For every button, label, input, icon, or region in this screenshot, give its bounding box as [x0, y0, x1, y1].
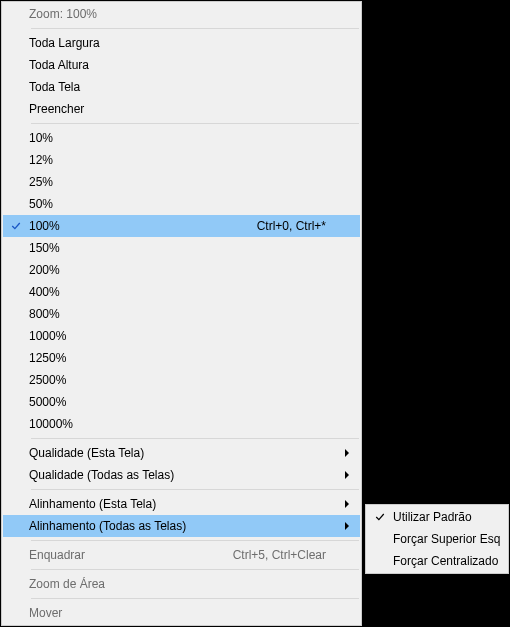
- chevron-right-icon: [340, 449, 354, 457]
- menu-item-zoom-50[interactable]: 50%: [3, 193, 360, 215]
- menu-item-zoom-10000[interactable]: 10000%: [3, 413, 360, 435]
- separator: [31, 123, 359, 124]
- menu-item-zoom-400[interactable]: 400%: [3, 281, 360, 303]
- menu-item-quality-this-screen[interactable]: Qualidade (Esta Tela): [3, 442, 360, 464]
- alignment-submenu: Utilizar Padrão Forçar Superior Esquerdo…: [365, 504, 509, 574]
- menu-item-fit-height[interactable]: Toda Altura: [3, 54, 360, 76]
- menu-item-alignment-all-screens[interactable]: Alinhamento (Todas as Telas): [3, 515, 360, 537]
- menu-item-zoom-25[interactable]: 25%: [3, 171, 360, 193]
- menu-title-label: Zoom: 100%: [29, 7, 340, 21]
- check-icon: [367, 511, 393, 523]
- menu-item-zoom-area: Zoom de Área: [3, 573, 360, 595]
- menu-item-fit-screen[interactable]: Toda Tela: [3, 76, 360, 98]
- menu-item-zoom-10[interactable]: 10%: [3, 127, 360, 149]
- menu-title: Zoom: 100%: [3, 3, 360, 25]
- menu-item-fit-window: Enquadrar Ctrl+5, Ctrl+Clear: [3, 544, 360, 566]
- menu-item-zoom-800[interactable]: 800%: [3, 303, 360, 325]
- zoom-context-menu: Zoom: 100% Toda Largura Toda Altura Toda…: [1, 1, 362, 626]
- submenu-item-force-top-left[interactable]: Forçar Superior Esquerdo: [367, 528, 507, 550]
- check-icon: [3, 220, 29, 232]
- shortcut-label: Ctrl+0, Ctrl+*: [257, 219, 340, 233]
- menu-item-alignment-this-screen[interactable]: Alinhamento (Esta Tela): [3, 493, 360, 515]
- menu-item-fit-width[interactable]: Toda Largura: [3, 32, 360, 54]
- menu-item-zoom-1000[interactable]: 1000%: [3, 325, 360, 347]
- shortcut-label: Ctrl+5, Ctrl+Clear: [233, 548, 340, 562]
- menu-item-zoom-1250[interactable]: 1250%: [3, 347, 360, 369]
- menu-item-zoom-200[interactable]: 200%: [3, 259, 360, 281]
- menu-item-zoom-100[interactable]: 100% Ctrl+0, Ctrl+*: [3, 215, 360, 237]
- separator: [31, 598, 359, 599]
- chevron-right-icon: [340, 471, 354, 479]
- menu-item-move: Mover: [3, 602, 360, 624]
- menu-item-zoom-12[interactable]: 12%: [3, 149, 360, 171]
- separator: [31, 438, 359, 439]
- menu-item-zoom-150[interactable]: 150%: [3, 237, 360, 259]
- menu-item-zoom-5000[interactable]: 5000%: [3, 391, 360, 413]
- separator: [31, 489, 359, 490]
- separator: [31, 569, 359, 570]
- chevron-right-icon: [340, 500, 354, 508]
- submenu-item-use-default[interactable]: Utilizar Padrão: [367, 506, 507, 528]
- menu-item-fill[interactable]: Preencher: [3, 98, 360, 120]
- submenu-item-force-center[interactable]: Forçar Centralizado: [367, 550, 507, 572]
- separator: [31, 28, 359, 29]
- menu-item-zoom-2500[interactable]: 2500%: [3, 369, 360, 391]
- menu-item-quality-all-screens[interactable]: Qualidade (Todas as Telas): [3, 464, 360, 486]
- chevron-right-icon: [340, 522, 354, 530]
- separator: [31, 540, 359, 541]
